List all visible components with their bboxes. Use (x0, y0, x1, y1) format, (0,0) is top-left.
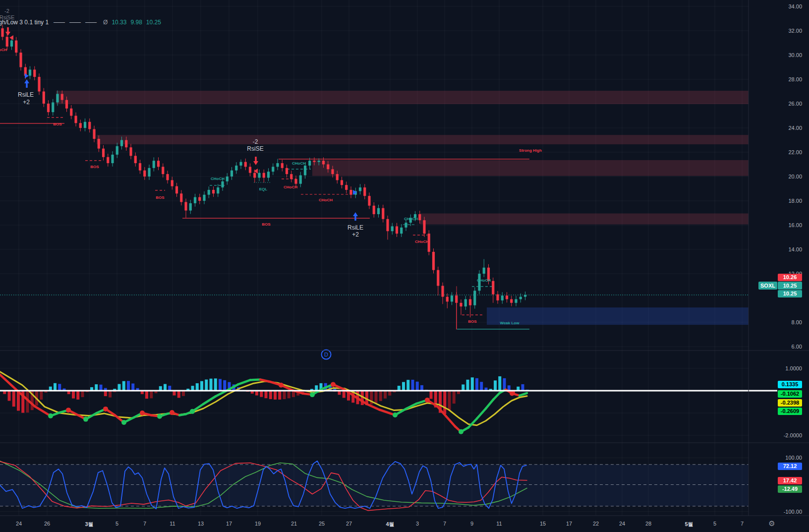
indicator-value-pill: -12.49 (778, 485, 802, 493)
annotation-strong-high: Strong High (519, 148, 542, 153)
price-axis-label[interactable]: 22.00 (749, 149, 802, 155)
time-axis-label[interactable]: 3 (416, 521, 419, 527)
annotation-choch: CHoCH (477, 278, 491, 283)
annotation-choch: CHoCH (292, 161, 306, 166)
annotation-bos: BOS (90, 165, 99, 169)
time-axis-label[interactable]: 17 (226, 521, 232, 527)
high-price-pill: 10.26 (778, 274, 802, 281)
price-axis-label[interactable]: 34.00 (749, 3, 802, 9)
annotation-rsile: RsiLE (18, 91, 34, 98)
annotation-bos: BOS (156, 195, 164, 200)
time-axis-label[interactable]: 24 (16, 521, 22, 527)
price-axis-label[interactable]: 14.00 (749, 246, 802, 252)
price-axis-label[interactable]: 18.00 (749, 198, 802, 204)
annotation--2: +2 (23, 99, 30, 106)
annotation-choch: CHoCH (404, 217, 418, 221)
time-axis-label[interactable]: 5 (713, 521, 716, 527)
oscillator-axis-label[interactable]: -100.00 (749, 509, 802, 515)
last-price-pill: 10.25 (778, 282, 802, 290)
time-axis-label[interactable]: 22 (593, 521, 599, 527)
time-axis-label[interactable]: 4월 (386, 521, 394, 528)
price-axis-label[interactable]: 32.00 (749, 28, 802, 34)
time-axis-label[interactable]: 17 (566, 521, 572, 527)
annotation--2: -2 (4, 8, 9, 14)
time-axis-label[interactable]: 11 (170, 521, 175, 527)
indicator-value-pill: -0.1062 (778, 390, 802, 398)
time-axis-label[interactable]: 19 (255, 521, 261, 527)
annotation-choch: CHoCH (415, 239, 429, 244)
annotation-eql: EQL (259, 187, 267, 191)
time-axis-label[interactable]: 27 (346, 521, 352, 527)
time-axis-label[interactable]: 21 (291, 521, 297, 527)
price-axis-label[interactable]: 30.00 (749, 52, 802, 58)
time-axis-label[interactable]: 5월 (685, 521, 693, 528)
oscillator-axis-label[interactable]: 100.00 (749, 455, 802, 461)
annotation-bos: BOS (468, 319, 476, 324)
time-axis-label[interactable]: 13 (198, 521, 204, 527)
low-price-pill: 10.25 (778, 290, 802, 297)
annotation-choch: CHoCH (284, 185, 297, 189)
time-axis-label[interactable]: 15 (540, 521, 546, 527)
price-axis-label[interactable]: 16.00 (749, 222, 802, 228)
annotation-rsile: RsiLE (347, 224, 363, 231)
annotation--2: -2 (253, 138, 258, 145)
annotation-choch: CHoCH (211, 177, 225, 181)
price-axis-label[interactable]: 20.00 (749, 174, 802, 179)
indicator-value-pill: 17.42 (778, 477, 802, 484)
time-axis-label[interactable]: 7 (143, 521, 146, 527)
indicator-value-pill: -0.2609 (778, 408, 802, 415)
time-axis-label[interactable]: 25 (319, 521, 325, 527)
indicator-axis-label[interactable]: 1.0000 (749, 365, 802, 371)
indicator-axis-label[interactable]: -2.0000 (749, 432, 802, 438)
time-axis-label[interactable]: 24 (619, 521, 625, 527)
annotation-bos: BOS (262, 222, 270, 227)
price-axis-label[interactable]: 6.00 (749, 344, 802, 350)
indicator-value-pill: -0.2398 (778, 399, 802, 407)
time-axis-label[interactable]: 11 (496, 521, 502, 527)
time-axis-label[interactable]: 28 (645, 521, 651, 527)
indicator-value-pill: 72.12 (778, 463, 802, 470)
time-axis-label[interactable]: 3월 (85, 521, 93, 528)
price-axis-label[interactable]: 24.00 (749, 125, 802, 131)
time-axis-label[interactable]: 7 (443, 521, 446, 527)
annotation--2: +2 (352, 231, 359, 238)
annotation-bos: BOS (53, 122, 61, 126)
annotation-weak-low: Weak Low (500, 321, 520, 325)
price-axis-label[interactable]: 28.00 (749, 76, 802, 82)
symbol-price-tag: SOXL (758, 282, 777, 290)
timezone-settings-icon[interactable]: ⚙ (767, 519, 777, 529)
annotation-rsise: RsiSE (0, 14, 14, 20)
price-axis-label[interactable]: 26.00 (749, 101, 802, 107)
indicator-value-pill: 0.1335 (778, 381, 802, 388)
trading-chart-app: D High/Low 3 0.1 tiny 1——————Ø10.339.981… (0, 0, 809, 532)
time-axis-label[interactable]: 7 (741, 521, 744, 527)
annotation-rsise: RsiSE (247, 145, 263, 152)
time-axis-label[interactable]: 26 (44, 521, 50, 527)
chart-overlays: 34.0032.0030.0028.0026.0024.0022.0020.00… (0, 0, 809, 532)
time-axis-label[interactable]: 5 (116, 521, 118, 527)
annotation-choch: CHoCH (319, 198, 333, 202)
time-axis-label[interactable]: 9 (470, 521, 473, 527)
price-axis-label[interactable]: 8.00 (749, 319, 802, 325)
annotation-choch: CHoCH (0, 48, 7, 52)
